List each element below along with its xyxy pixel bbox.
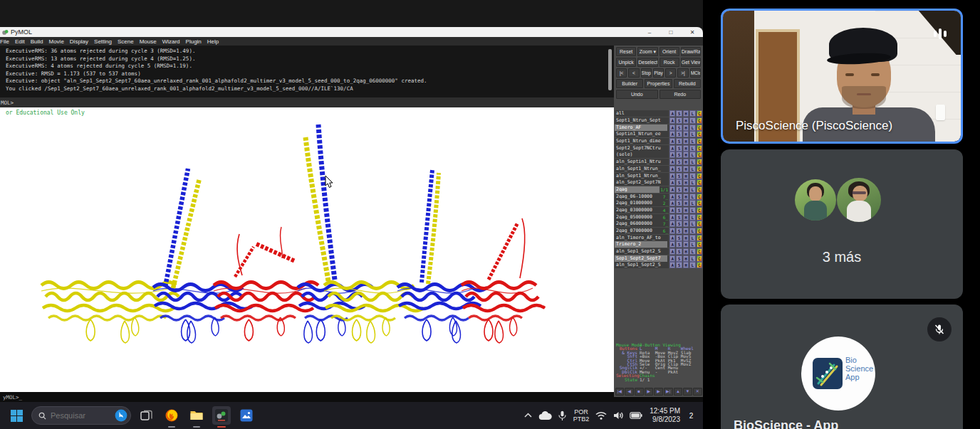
color-menu-button[interactable]: C — [697, 179, 702, 186]
hide-menu-button[interactable]: H — [683, 241, 689, 248]
label-menu-button[interactable]: L — [689, 200, 695, 206]
color-menu-button[interactable]: C — [697, 241, 702, 248]
action-menu-button[interactable]: A — [669, 117, 675, 124]
vcr-button[interactable]: ▲ — [674, 388, 683, 396]
menu-item[interactable]: Mouse — [137, 38, 160, 45]
object-name[interactable]: Sep1_Sept2_Sept7 — [615, 255, 667, 262]
label-menu-button[interactable]: L — [689, 241, 695, 248]
menu-item[interactable]: Plugin — [183, 38, 204, 45]
show-menu-button[interactable]: S — [676, 248, 682, 255]
show-menu-button[interactable]: S — [676, 179, 682, 186]
menu-item[interactable]: Edit — [12, 38, 28, 45]
label-menu-button[interactable]: L — [689, 186, 695, 193]
color-menu-button[interactable]: C — [697, 221, 702, 227]
menu-item[interactable]: File — [0, 38, 12, 45]
show-menu-button[interactable]: S — [676, 186, 682, 193]
hide-menu-button[interactable]: H — [683, 235, 689, 241]
movie-control-button[interactable]: >| — [677, 68, 688, 78]
vcr-button[interactable]: ◀ — [625, 388, 634, 396]
show-menu-button[interactable]: S — [676, 125, 682, 131]
viewport-prompt-bar[interactable]: yMOL>_ — [0, 392, 703, 402]
video-tile-bioscience-app[interactable]: Bio Science App BioScience - App — [721, 304, 963, 429]
action-menu-button[interactable]: A — [669, 110, 675, 117]
label-menu-button[interactable]: L — [689, 166, 695, 172]
start-button[interactable] — [7, 406, 26, 425]
action-menu-button[interactable]: A — [669, 241, 675, 248]
object-name[interactable]: all — [615, 110, 667, 117]
object-name[interactable]: Septin1_Ntrun_ee — [615, 131, 667, 137]
object-name[interactable]: aln_Sept2_Sept7N — [615, 179, 667, 186]
action-menu-button[interactable]: A — [669, 262, 675, 268]
action-menu-button[interactable]: A — [669, 194, 675, 200]
pymol-titlebar[interactable]: PyMOL – □ ✕ — [0, 27, 703, 37]
hide-menu-button[interactable]: H — [683, 255, 689, 262]
panel-button[interactable]: Undo — [616, 90, 658, 99]
taskbar-clock[interactable]: 12:45 PM 9/8/2023 — [650, 407, 680, 424]
show-menu-button[interactable]: S — [676, 131, 682, 137]
color-menu-button[interactable]: C — [697, 207, 702, 213]
movie-control-button[interactable]: Play — [653, 68, 664, 78]
hide-menu-button[interactable]: H — [683, 117, 689, 124]
color-menu-button[interactable]: C — [697, 152, 702, 158]
object-name[interactable]: aln_Sept1_Ntrun_ — [615, 166, 667, 172]
movie-control-button[interactable]: Stop — [641, 68, 652, 78]
hide-menu-button[interactable]: H — [683, 125, 689, 131]
color-menu-button[interactable]: C — [697, 166, 702, 172]
show-menu-button[interactable]: S — [676, 159, 682, 165]
action-menu-button[interactable]: A — [669, 166, 675, 172]
hide-menu-button[interactable]: H — [683, 152, 689, 158]
hide-menu-button[interactable]: H — [683, 248, 689, 255]
menu-item[interactable]: Wizard — [160, 38, 183, 45]
taskbar-photos[interactable] — [237, 406, 256, 425]
action-menu-button[interactable]: A — [669, 200, 675, 206]
object-name[interactable]: Sept2_Sept7NCtru — [615, 145, 667, 152]
show-menu-button[interactable]: S — [676, 221, 682, 227]
pymol-3d-viewport[interactable]: or Educational Use Only — [0, 107, 614, 392]
task-view-button[interactable] — [137, 406, 156, 425]
color-menu-button[interactable]: C — [697, 173, 702, 179]
vcr-button[interactable]: |◀ — [615, 388, 625, 396]
show-menu-button[interactable]: S — [676, 117, 682, 124]
hide-menu-button[interactable]: H — [683, 194, 689, 200]
color-menu-button[interactable]: C — [697, 262, 702, 268]
label-menu-button[interactable]: L — [689, 262, 695, 268]
hide-menu-button[interactable]: H — [683, 110, 689, 117]
maximize-button[interactable]: □ — [660, 27, 682, 37]
action-menu-button[interactable]: A — [669, 173, 675, 179]
object-name[interactable]: 2qag — [615, 186, 660, 193]
show-menu-button[interactable]: S — [676, 166, 682, 172]
color-menu-button[interactable]: C — [697, 110, 702, 117]
taskbar-pymol[interactable] — [212, 406, 231, 425]
speaker-icon[interactable] — [613, 411, 623, 420]
panel-button[interactable]: Draw/Ray ▾ — [681, 47, 701, 56]
hide-menu-button[interactable]: H — [683, 159, 689, 165]
hide-menu-button[interactable]: H — [683, 262, 689, 268]
movie-control-button[interactable]: MClear — [690, 68, 701, 78]
object-name[interactable]: Sept1_Ntrun_dime — [615, 138, 667, 144]
notification-badge[interactable]: 2 — [685, 410, 697, 422]
search-input[interactable] — [46, 411, 115, 420]
bing-icon[interactable] — [115, 409, 127, 422]
color-menu-button[interactable]: C — [697, 248, 702, 255]
minimize-button[interactable]: – — [639, 27, 660, 37]
action-menu-button[interactable]: A — [669, 214, 675, 221]
object-name[interactable]: 2qag_05000000 — [615, 214, 662, 221]
show-menu-button[interactable]: S — [676, 214, 682, 221]
panel-button[interactable]: Rebuild — [674, 79, 701, 88]
action-menu-button[interactable]: A — [669, 186, 675, 193]
panel-button[interactable]: Unpick — [616, 58, 636, 67]
action-menu-button[interactable]: A — [669, 207, 675, 213]
label-menu-button[interactable]: L — [689, 173, 695, 179]
panel-button[interactable]: Redo — [660, 90, 702, 99]
show-menu-button[interactable]: S — [676, 262, 682, 268]
hide-menu-button[interactable]: H — [683, 221, 689, 227]
show-menu-button[interactable]: S — [676, 228, 682, 234]
hide-menu-button[interactable]: H — [683, 214, 689, 221]
label-menu-button[interactable]: L — [689, 131, 695, 137]
label-menu-button[interactable]: L — [689, 125, 695, 131]
hide-menu-button[interactable]: H — [683, 173, 689, 179]
object-name[interactable]: 2qag_06000000 — [615, 221, 662, 227]
object-name[interactable]: 2qag_07000000 — [615, 228, 662, 234]
color-menu-button[interactable]: C — [697, 125, 702, 131]
hide-menu-button[interactable]: H — [683, 179, 689, 186]
